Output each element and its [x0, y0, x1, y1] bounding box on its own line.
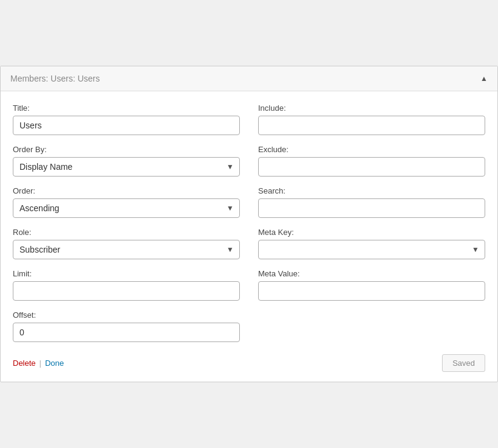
search-label: Search: — [258, 186, 485, 195]
title-group: Title: — [13, 103, 240, 135]
done-link[interactable]: Done — [45, 359, 64, 368]
order-by-select[interactable]: Display Name User Login User Email User … — [13, 157, 240, 177]
exclude-label: Exclude: — [258, 145, 485, 154]
offset-input[interactable] — [13, 323, 240, 342]
collapse-icon[interactable]: ▲ — [480, 74, 488, 83]
role-group: Role: Subscriber Administrator Editor Au… — [13, 228, 240, 259]
limit-input[interactable] — [13, 281, 240, 301]
order-select-wrapper: Ascending Descending ▼ — [13, 198, 240, 218]
widget-body: Title: Include: Order By: Display Name U… — [1, 91, 497, 382]
exclude-input[interactable] — [258, 157, 485, 177]
role-select-wrapper: Subscriber Administrator Editor Author C… — [13, 240, 240, 259]
title-input[interactable] — [13, 116, 240, 135]
widget-title: Members: Users: Users — [10, 74, 100, 83]
title-label: Title: — [13, 103, 240, 113]
order-by-select-wrapper: Display Name User Login User Email User … — [13, 157, 240, 177]
order-group: Order: Ascending Descending ▼ — [13, 186, 240, 218]
footer-row: Delete | Done Saved — [13, 352, 485, 372]
delete-link[interactable]: Delete — [13, 359, 36, 368]
meta-key-label: Meta Key: — [258, 228, 485, 237]
include-label: Include: — [258, 103, 485, 113]
saved-button[interactable]: Saved — [442, 354, 485, 372]
meta-key-select[interactable] — [258, 240, 485, 259]
limit-group: Limit: — [13, 269, 240, 301]
search-input[interactable] — [258, 198, 485, 218]
limit-label: Limit: — [13, 269, 240, 278]
order-by-group: Order By: Display Name User Login User E… — [13, 145, 240, 177]
role-label: Role: — [13, 228, 240, 237]
include-group: Include: — [258, 103, 485, 135]
role-select[interactable]: Subscriber Administrator Editor Author C… — [13, 240, 240, 259]
order-label: Order: — [13, 186, 240, 195]
meta-value-input[interactable] — [258, 281, 485, 301]
footer-links: Delete | Done — [13, 359, 64, 368]
order-by-label: Order By: — [13, 145, 240, 154]
offset-group: Offset: — [13, 310, 240, 342]
separator: | — [40, 359, 41, 368]
search-group: Search: — [258, 186, 485, 218]
exclude-group: Exclude: — [258, 145, 485, 177]
meta-value-label: Meta Value: — [258, 269, 485, 278]
widget-header: Members: Users: Users ▲ — [1, 66, 497, 91]
meta-key-group: Meta Key: ▼ — [258, 228, 485, 259]
include-input[interactable] — [258, 116, 485, 135]
order-select[interactable]: Ascending Descending — [13, 198, 240, 218]
offset-label: Offset: — [13, 310, 240, 320]
form-grid: Title: Include: Order By: Display Name U… — [13, 103, 485, 310]
widget-title-main: Users — [77, 74, 100, 83]
widget-title-prefix: Members: Users: — [10, 74, 77, 83]
meta-value-group: Meta Value: — [258, 269, 485, 301]
widget-container: Members: Users: Users ▲ Title: Include: … — [0, 66, 498, 382]
meta-key-select-wrapper: ▼ — [258, 240, 485, 259]
